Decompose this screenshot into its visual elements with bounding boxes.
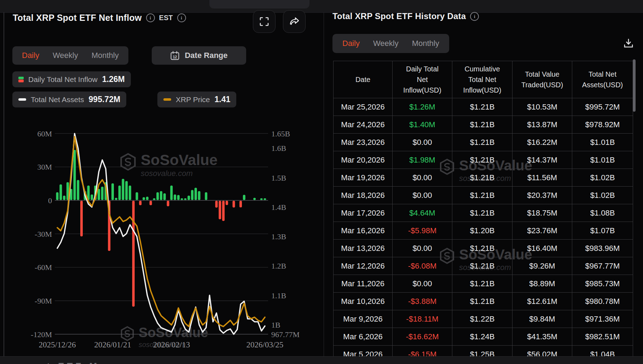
bottom-clipped-section: spot ETF M xyxy=(0,356,643,364)
inflow-bar xyxy=(77,180,79,200)
share-button[interactable] xyxy=(283,10,306,33)
net-assets-cell: $971.36M xyxy=(572,310,633,328)
tab-monthly[interactable]: Monthly xyxy=(92,51,119,60)
table-row: Mar 17,2026$4.64M$1.21B$18.75M$1.08B xyxy=(334,204,633,222)
legend-label: Daily Total Net Inflow xyxy=(28,75,98,84)
watermark-cube-icon xyxy=(120,326,135,341)
net-assets-cell: $1.01B xyxy=(572,151,633,169)
calendar-icon: 12 xyxy=(170,51,180,60)
tab-weekly[interactable]: Weekly xyxy=(373,39,399,48)
net-assets-cell: $1.02B xyxy=(572,187,633,204)
table-row: Mar 18,2026$0.00$1.21B$20.37M$1.02B xyxy=(334,187,633,204)
net-assets-cell: $985.73M xyxy=(572,275,633,293)
date-cell: Mar 20,2026 xyxy=(334,151,393,169)
cumulative-cell: $1.21B xyxy=(452,187,512,204)
page-scrollbar[interactable] xyxy=(4,12,4,356)
info-icon[interactable]: i xyxy=(470,12,479,21)
tab-daily[interactable]: Daily xyxy=(342,39,360,48)
legend-value: 1.41 xyxy=(214,95,230,104)
daily-inflow-cell: -$16.62M xyxy=(393,328,452,346)
cumulative-cell: $1.21B xyxy=(452,257,512,275)
net-assets-cell: $1.08B xyxy=(572,204,633,222)
inflow-bar xyxy=(260,198,263,200)
outflow-bar xyxy=(80,201,83,236)
y-axis-tick: 30M xyxy=(37,163,52,171)
inflow-bar xyxy=(253,198,256,200)
tab-monthly[interactable]: Monthly xyxy=(412,39,439,48)
left-period-tabs: DailyWeeklyMonthly xyxy=(12,46,128,65)
xrp-price-line xyxy=(57,136,265,327)
date-cell: Mar 9,2026 xyxy=(334,310,393,328)
daily-inflow-cell: -$5.98M xyxy=(393,222,452,240)
net-assets-cell: $1.02B xyxy=(572,169,633,187)
outflow-bar xyxy=(222,201,225,221)
cumulative-cell: $1.20B xyxy=(452,222,512,240)
outflow-bar xyxy=(215,201,218,207)
inflow-bar xyxy=(70,189,73,200)
x-axis-tick: 2026/02/13 xyxy=(153,340,190,349)
right-panel-title: Total XRP Spot ETF History Data xyxy=(332,11,466,21)
net-assets-line xyxy=(57,134,265,334)
legend-chip-assets[interactable]: Total Net Assets 995.72M xyxy=(12,92,126,107)
inflow-bar xyxy=(56,192,59,200)
value-traded-cell: $20.37M xyxy=(512,187,572,204)
outflow-bar xyxy=(167,201,169,206)
inflow-bar xyxy=(136,192,138,200)
inflow-bar xyxy=(122,179,124,200)
history-table-container[interactable]: DateDaily Total Net Inflow(USD)Cumulativ… xyxy=(333,61,633,363)
column-header: Daily Total Net Inflow(USD) xyxy=(393,61,452,98)
tab-weekly[interactable]: Weekly xyxy=(53,51,78,60)
left-panel-title: Total XRP Spot ETF Net Inflow xyxy=(13,13,142,23)
right-axis-tick: 1.2B xyxy=(271,262,286,270)
info-icon[interactable]: i xyxy=(177,13,186,22)
inflow-legend-icon xyxy=(18,77,24,82)
y-axis-tick: 0 xyxy=(48,196,52,205)
table-row: Mar 20,2026$1.98M$1.21B$14.37M$1.01B xyxy=(334,151,633,169)
inflow-bar xyxy=(143,197,145,200)
right-axis-tick: 1.65B xyxy=(271,129,290,138)
cumulative-cell: $1.22B xyxy=(452,310,512,328)
inflow-bar xyxy=(191,190,193,200)
date-cell: Mar 24,2026 xyxy=(334,116,393,134)
table-scrollbar-thumb[interactable] xyxy=(633,59,636,112)
table-row: Mar 16,2026-$5.98M$1.20B$23.76M$1.07B xyxy=(334,222,633,240)
legend-chip-inflow[interactable]: Daily Total Net Inflow 1.26M xyxy=(12,71,131,87)
net-assets-cell: $1.07B xyxy=(572,222,633,240)
download-button[interactable] xyxy=(620,35,637,52)
tab-daily[interactable]: Daily xyxy=(22,51,39,60)
net-assets-cell: $1.01B xyxy=(572,134,633,151)
value-traded-cell: $18.75M xyxy=(512,204,572,222)
fullscreen-button[interactable] xyxy=(253,10,276,33)
date-cell: Mar 12,2026 xyxy=(334,257,393,275)
cumulative-cell: $1.21B xyxy=(452,275,512,293)
daily-inflow-cell: $1.26M xyxy=(393,98,452,116)
inflow-bar xyxy=(87,186,90,200)
inflow-bar xyxy=(63,195,65,200)
y-axis-tick: -90M xyxy=(35,297,52,305)
inflow-bar xyxy=(187,195,190,200)
cumulative-cell: $1.21B xyxy=(452,116,512,134)
date-range-label: Date Range xyxy=(185,51,227,60)
value-traded-cell: $41.35M xyxy=(512,328,572,346)
net-assets-cell: $978.92M xyxy=(572,116,633,134)
daily-inflow-cell: -$18.11M xyxy=(393,310,452,328)
share-icon xyxy=(289,16,300,27)
info-icon[interactable]: i xyxy=(146,13,155,22)
column-header: Date xyxy=(334,61,393,98)
legend-chip-price[interactable]: XRP Price 1.41 xyxy=(157,92,236,107)
top-bar xyxy=(0,0,643,13)
value-traded-cell: $11.56M xyxy=(512,169,572,187)
table-row: Mar 6,2026-$16.62M$1.24B$41.35M$982.51M xyxy=(334,328,633,346)
inflow-bar xyxy=(115,198,117,200)
value-traded-cell: $14.37M xyxy=(512,151,572,169)
daily-inflow-cell: $1.98M xyxy=(393,151,452,169)
daily-inflow-cell: $0.00 xyxy=(393,169,452,187)
date-range-button[interactable]: 12 Date Range xyxy=(152,46,246,65)
inflow-bar xyxy=(98,189,100,200)
fullscreen-icon xyxy=(259,17,269,27)
inflow-bar xyxy=(104,182,107,200)
column-header: Cumulative Total Net Inflow(USD) xyxy=(452,61,512,98)
inflow-bar xyxy=(125,181,128,200)
cumulative-cell: $1.21B xyxy=(452,204,512,222)
daily-inflow-cell: -$6.08M xyxy=(393,257,452,275)
